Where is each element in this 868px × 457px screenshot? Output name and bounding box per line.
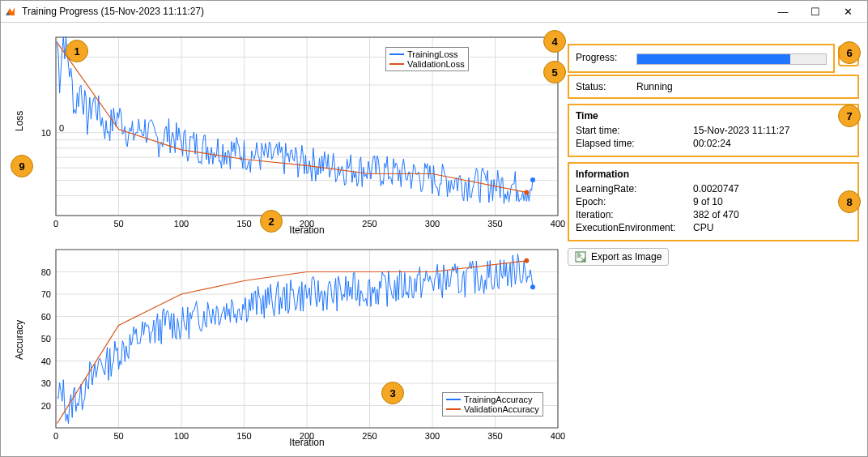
svg-text:40: 40 (41, 357, 51, 366)
callout-5: 5 (543, 61, 566, 83)
callout-9: 9 (11, 155, 33, 177)
svg-text:150: 150 (236, 431, 251, 441)
svg-text:100: 100 (174, 431, 189, 441)
title-bar: Training Progress (15-Nov-2023 11:11:27)… (1, 1, 867, 23)
information-panel: Information LearningRate:0.0020747 Epoch… (568, 162, 859, 241)
callout-6: 6 (838, 41, 861, 64)
loss-chart[interactable]: 050100150200250300350400100 Iteration (32, 29, 566, 238)
svg-text:400: 400 (551, 219, 565, 228)
status-value: Running (636, 81, 851, 92)
svg-text:0: 0 (53, 219, 58, 228)
window-title: Training Progress (15-Nov-2023 11:11:27) (22, 6, 204, 17)
svg-point-33 (530, 177, 535, 182)
svg-text:400: 400 (551, 431, 565, 441)
svg-text:10: 10 (41, 128, 51, 138)
close-button[interactable]: ✕ (832, 2, 864, 21)
callout-2: 2 (260, 210, 283, 233)
minimize-button[interactable]: — (767, 2, 799, 21)
svg-point-32 (524, 190, 529, 194)
svg-text:0: 0 (53, 431, 58, 441)
export-button[interactable]: Export as Image (568, 248, 669, 266)
charts-pane: 050100150200250300350400100 Iteration Lo… (1, 23, 568, 457)
svg-point-69 (530, 284, 535, 289)
svg-text:50: 50 (113, 219, 123, 228)
svg-text:Iteration: Iteration (289, 224, 324, 236)
matlab-icon (4, 5, 17, 18)
svg-text:350: 350 (487, 219, 502, 228)
loss-ylabel: Loss (14, 111, 25, 131)
progress-panel: Progress: (568, 44, 835, 73)
svg-text:350: 350 (487, 431, 502, 441)
svg-text:Iteration: Iteration (289, 437, 324, 448)
loss-legend[interactable]: TrainingLoss ValidationLoss (385, 47, 469, 71)
status-label: Status: (576, 81, 636, 92)
callout-3: 3 (381, 382, 404, 404)
svg-text:150: 150 (236, 219, 251, 228)
status-panel: Status: Running (568, 75, 859, 99)
progress-bar (636, 53, 827, 65)
accuracy-chart[interactable]: 05010015020025030035040020304050607080 I… (32, 241, 566, 451)
svg-text:50: 50 (41, 334, 51, 344)
export-icon (575, 251, 586, 263)
svg-text:80: 80 (41, 267, 51, 277)
svg-text:300: 300 (425, 431, 440, 441)
acc-ylabel: Accuracy (14, 320, 25, 360)
svg-point-68 (524, 258, 529, 263)
svg-text:300: 300 (425, 219, 440, 228)
svg-text:70: 70 (41, 289, 51, 299)
svg-text:50: 50 (113, 431, 123, 441)
callout-8: 8 (838, 190, 861, 213)
callout-4: 4 (543, 30, 566, 53)
svg-text:0: 0 (59, 123, 64, 133)
svg-text:20: 20 (41, 401, 51, 411)
info-pane: Progress: Status: Running Time Start tim… (568, 23, 867, 457)
acc-legend[interactable]: TrainingAccuracy ValidationAccuracy (442, 392, 543, 416)
callout-1: 1 (66, 40, 88, 62)
svg-text:250: 250 (362, 219, 377, 228)
svg-text:60: 60 (41, 312, 51, 322)
svg-text:250: 250 (362, 431, 377, 441)
time-panel: Time Start time:15-Nov-2023 11:11:27 Ela… (568, 104, 859, 157)
svg-text:100: 100 (174, 219, 189, 228)
svg-text:30: 30 (41, 378, 51, 388)
progress-label: Progress: (576, 52, 636, 65)
callout-7: 7 (838, 105, 861, 127)
maximize-button[interactable]: ☐ (799, 2, 832, 21)
